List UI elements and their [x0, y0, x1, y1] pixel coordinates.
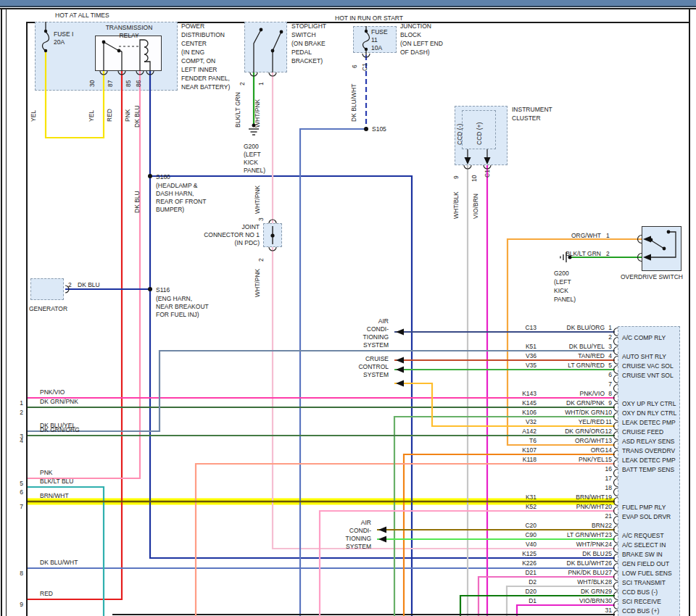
label-pdc-note-0: POWER [181, 22, 204, 30]
pcm-pin-function: CRUISE VAC SOL [622, 362, 674, 370]
pcm-wire-color: PNK/YEL [542, 456, 605, 463]
label-s180-wire: DK BLU [133, 191, 141, 213]
pcm-circuit-id: C90 [500, 531, 536, 538]
label-s116-name: S116 [156, 286, 170, 294]
label-generator-wire: DK BLU [78, 281, 100, 288]
pcm-circuit-id: V35 [500, 362, 536, 369]
label-s180-note-2: REAR OF FRONT [156, 198, 206, 205]
left-stub-wire-label: PNK/VIO [40, 388, 65, 396]
label-stoplight-wire_right: WHT/PNK [254, 99, 261, 128]
label-cruise_system-1: CONTROL [336, 363, 389, 370]
pcm-wire-color: ORG/WHT [542, 437, 605, 444]
pcm-pin-function: LOW FUEL SENS [622, 570, 672, 577]
left-stub-wire-label: PNK [40, 469, 52, 476]
pcm-pin-number: 21 [596, 512, 612, 520]
label-junction-wire: DK BLU/WHT [350, 84, 357, 122]
label-ac_system_2-1: CONDI- [319, 527, 371, 534]
pcm-pin-function: TRANS OVERDRV [622, 447, 675, 454]
pcm-pin-number: 31 [596, 607, 612, 614]
label-joint-pin_top: 3 [257, 217, 265, 221]
pcm-circuit-id: D2 [500, 578, 536, 586]
pcm-wire-color: DK BLU/YEL [542, 343, 605, 350]
pcm-pin-number: 6 [596, 371, 612, 378]
label-cluster-name-1: CLUSTER [512, 115, 541, 122]
pcm-pin-function: OXY UP RLY CTRL [622, 400, 676, 407]
label-ground2-note-1: KICK [554, 287, 568, 294]
pcm-pin-number: 18 [596, 484, 612, 491]
pcm-circuit-id: C13 [500, 324, 536, 331]
pcm-circuit-id: D1 [500, 597, 536, 604]
label-cluster-connector: C1 [484, 170, 491, 178]
pcm-pin-function: EVAP SOL DRVR [622, 513, 671, 520]
pcm-wire-color: PNK/VIO [542, 390, 605, 397]
label-s116-note-1: NEAR BREAKOUT [156, 303, 209, 310]
left-stub-wire-label: BLK/LT BLU [40, 478, 73, 485]
label-overdrive-wire_1: ORG/WHT [549, 232, 601, 239]
label-pdc-pin_wires-3: DK BLU [133, 105, 141, 128]
label-pdc-note-4: COMPT, ON [181, 57, 215, 64]
left-stub-number: 8 [12, 570, 23, 577]
label-junction-note-3: OF DASH) [400, 49, 430, 56]
pcm-pin-number: 17 [596, 475, 612, 482]
label-pdc-pin_wires-2: PNK [124, 109, 131, 122]
label-cluster-pin_left: 9 [452, 175, 460, 179]
label-s180-note-1: DASH HARN, [156, 190, 194, 197]
pcm-circuit-id: K31 [500, 494, 536, 501]
labels-layer: HOT AT ALL TIMESTRANSMISSIONRELAYFUSE I2… [0, 0, 696, 616]
label-cluster-wire_right: VIO/BRN [472, 193, 479, 219]
left-stub-wire-label: BRN/WHT [40, 492, 69, 499]
label-ac_system_1-1: CONDI- [336, 325, 389, 333]
label-ac_system_1-0: AIR [336, 317, 389, 325]
pcm-wire-color: VIO/BRN [542, 597, 605, 604]
label-joint-wire_bottom: WHT/PNK [254, 269, 261, 297]
pcm-wire-color: LT GRN/WHT [542, 531, 605, 538]
pcm-wire-color: LT GRN/RED [542, 362, 605, 369]
pcm-wire-color: PNK/DK BLU [542, 569, 605, 576]
pcm-circuit-id: D21 [500, 569, 536, 576]
wiring-diagram-page: HOT AT ALL TIMESTRANSMISSIONRELAYFUSE I2… [0, 0, 696, 616]
label-s116-note-0: (ENG HARN, [156, 295, 192, 302]
label-joint-note-2: (IN PDC) [188, 239, 260, 246]
left-stub-number: 4 [12, 437, 23, 444]
pcm-pin-function: FUEL PMP RLY [622, 504, 666, 511]
label-joint-note-1: CONNECTOR NO 1 [188, 231, 260, 238]
pcm-wire-color: WHT/DK GRN [542, 409, 605, 416]
label-s180-name: S180 [156, 173, 170, 180]
label-generator-pin: 2 [68, 281, 72, 288]
pcm-pin-function: SCI RECEIVE [622, 598, 661, 605]
label-cluster-ccd_pos: CCD (+) [476, 122, 483, 145]
pcm-pin-function: CCD BUS (-) [622, 588, 658, 596]
pcm-circuit-id: T6 [500, 437, 536, 444]
label-pdc-relay_name_2: RELAY [96, 32, 162, 39]
label-stoplight-wire_left: BLK/LT GRN [234, 92, 241, 128]
label-junction-fuse-0: FUSE [371, 28, 388, 36]
label-cluster-ccd_neg: CCD (-) [456, 124, 463, 145]
pcm-wire-color: DK BLU [542, 550, 605, 557]
label-pdc-fuse_rating: 20A [54, 38, 65, 46]
left-stub-number: 6 [12, 488, 23, 496]
pcm-pin-function: A/C COMP RLY [622, 334, 666, 341]
pcm-wire-color: DK BLU/ORG [542, 324, 605, 331]
label-cruise_system-0: CRUISE [336, 355, 389, 362]
pcm-circuit-id: K107 [500, 446, 536, 454]
pcm-pin-number: 7 [596, 380, 612, 388]
left-stub-wire-label: DK BLU/WHT [40, 559, 78, 566]
label-s105-name: S105 [372, 125, 386, 133]
left-stub-wire-label: DK GRN/ORG [40, 426, 80, 433]
left-stub-number: 9 [12, 601, 23, 608]
pcm-wire-color: BRN/WHT [542, 494, 605, 501]
label-ac_system_2-0: AIR [319, 519, 371, 526]
label-stoplight-note-0: STOPLIGHT [291, 22, 326, 30]
pcm-pin-function: BRAKE SW IN [622, 551, 663, 558]
label-ac_system_1-2: TIONING [336, 333, 389, 341]
pcm-circuit-id: K145 [500, 399, 536, 407]
label-generator-name: GENERATOR [29, 305, 67, 312]
left-stub-number: 5 [12, 480, 23, 487]
pcm-pin-function: A/C REQUEST [622, 532, 664, 539]
label-overdrive-pin_2: 2 [606, 250, 610, 257]
label-junction-pin: 6 [351, 64, 358, 68]
label-pdc-note-7: NEAR BATTERY) [181, 83, 230, 91]
label-pdc-relay_name_1: TRANSMISSION [96, 24, 162, 31]
label-pdc-relay_pins-0: 30 [88, 80, 96, 87]
label-junction-note-0: JUNCTION [400, 22, 431, 30]
